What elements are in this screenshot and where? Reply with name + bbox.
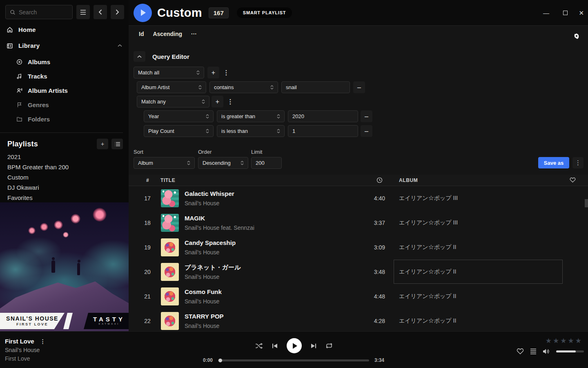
gear-icon [573, 33, 580, 39]
sort-field-button[interactable]: Id [139, 31, 144, 37]
next-track-button[interactable] [311, 343, 316, 349]
album-art-thumbnail[interactable] [161, 238, 179, 256]
playlist-item[interactable]: Favorites [7, 193, 69, 203]
track-album: エイリアン☆ポップ II [399, 309, 456, 331]
cover-label-text: TASTY [84, 316, 129, 323]
seek-handle[interactable] [218, 359, 222, 362]
repeat-button[interactable] [325, 343, 333, 349]
star-icon[interactable]: ★ [560, 337, 566, 345]
rule-operator-select[interactable]: is greater than [217, 110, 285, 122]
limit-input[interactable] [251, 157, 282, 169]
rule-operator-select[interactable]: contains [209, 81, 278, 93]
sort-select[interactable]: Album [134, 157, 195, 169]
maximize-button[interactable] [563, 0, 568, 26]
album-art-thumbnail[interactable] [161, 287, 179, 305]
save-as-button[interactable]: Save as [538, 157, 569, 168]
star-icon[interactable]: ★ [553, 337, 559, 345]
order-select[interactable]: Descending [198, 157, 248, 169]
table-row[interactable]: 18MAGIKSnail’s House feat. Sennzai3:37エイ… [129, 211, 588, 235]
rule-field-select[interactable]: Album Artist [137, 81, 206, 93]
sidebar-item-albums[interactable]: Albums [16, 58, 50, 65]
album-art-thumbnail[interactable] [161, 214, 179, 232]
heart-icon[interactable] [570, 177, 576, 183]
remove-rule-button[interactable]: – [353, 81, 365, 93]
track-list: 17Galactic WhisperSnail’s House4:40エイリアン… [129, 186, 588, 331]
plus-icon: + [216, 98, 219, 105]
playlist-list-button[interactable] [111, 139, 123, 149]
chevron-up-icon[interactable] [118, 44, 122, 47]
column-header-number[interactable]: # [146, 177, 149, 183]
nav-forward-button[interactable] [111, 5, 124, 19]
column-header-album[interactable]: ALBUM [399, 177, 418, 183]
collapse-query-editor-button[interactable] [134, 51, 145, 62]
cover-artist-text: SNAIL'S HOUSE [0, 315, 65, 322]
table-row[interactable]: 17Galactic WhisperSnail’s House4:40エイリアン… [129, 186, 588, 211]
main-content: Custom 167 SMART PLAYLIST — ✕ Id Ascendi… [129, 0, 588, 331]
volume-icon[interactable] [543, 348, 550, 355]
sidebar-item-tracks[interactable]: Tracks [16, 73, 47, 80]
seek-bar[interactable] [218, 359, 369, 361]
table-row[interactable]: 20プラネット・ガールSnail’s House3:48エイリアン☆ポップ II [129, 260, 588, 284]
group-options-button[interactable]: ⋮ [223, 67, 229, 79]
rule-operator-select[interactable]: is less than [217, 125, 285, 137]
volume-slider[interactable] [556, 350, 584, 352]
rule-field-select[interactable]: Play Count [144, 125, 214, 137]
sort-direction-button[interactable]: Ascending [153, 31, 182, 37]
playlist-item[interactable]: 2021 [7, 152, 69, 162]
star-icon[interactable]: ★ [575, 337, 581, 345]
favorite-button[interactable] [517, 348, 524, 355]
rule-value-input[interactable] [288, 125, 358, 137]
previous-track-button[interactable] [272, 343, 278, 349]
star-icon[interactable]: ★ [568, 337, 574, 345]
add-rule-button[interactable]: + [212, 96, 223, 108]
more-options-button[interactable]: ··· [191, 31, 197, 37]
column-header-title[interactable]: TITLE [160, 177, 175, 183]
track-number: 18 [140, 211, 155, 235]
sidebar-item-album-artists[interactable]: Album Artists [16, 87, 68, 94]
now-playing-album[interactable]: First Love [5, 355, 30, 362]
search-box[interactable] [5, 5, 73, 19]
playlist-item[interactable]: Custom [7, 172, 69, 182]
sidebar-item-library[interactable]: Library [7, 42, 122, 49]
match-select[interactable]: Match any [137, 96, 209, 108]
sidebar-item-folders[interactable]: Folders [16, 116, 50, 123]
album-art-thumbnail[interactable] [161, 263, 179, 281]
remove-rule-button[interactable]: – [361, 110, 372, 122]
play-playlist-button[interactable] [134, 4, 152, 22]
player-bar: First Love ⋮ Snail’s House First Love 0:… [0, 331, 588, 368]
close-button[interactable]: ✕ [579, 0, 584, 26]
rule-value-input[interactable] [288, 110, 358, 122]
album-art-thumbnail[interactable] [161, 312, 179, 330]
add-playlist-button[interactable]: + [97, 139, 108, 149]
playlist-item[interactable]: DJ Okawari [7, 182, 69, 193]
now-playing-cover-art[interactable]: SNAIL'S HOUSE FIRST LOVE TASTY EATMAXI [0, 202, 129, 331]
table-row[interactable]: 21Cosmo FunkSnail’s House4:48エイリアン☆ポップ I… [129, 284, 588, 309]
match-select[interactable]: Match all [134, 67, 204, 79]
track-artist: Snail’s House [185, 323, 219, 329]
rule-value-input[interactable] [281, 81, 350, 93]
playlist-item[interactable]: BPM Greater than 200 [7, 162, 69, 172]
scrollbar-thumb[interactable] [585, 199, 588, 207]
settings-gear-button[interactable] [573, 33, 580, 39]
query-options-button[interactable]: ⋮ [572, 157, 584, 168]
add-rule-button[interactable]: + [207, 67, 219, 79]
star-icon[interactable]: ★ [546, 337, 552, 345]
group-options-button[interactable]: ⋮ [227, 96, 234, 108]
menu-button[interactable] [76, 5, 90, 19]
nav-back-button[interactable] [94, 5, 107, 19]
minimize-button[interactable]: — [543, 0, 549, 26]
sidebar-item-label: Genres [28, 101, 49, 108]
play-pause-button[interactable] [287, 338, 302, 353]
rule-field-select[interactable]: Year [144, 110, 214, 122]
sidebar-item-home[interactable]: Home [7, 26, 122, 33]
album-art-thumbnail[interactable] [161, 189, 179, 207]
shuffle-button[interactable] [255, 343, 263, 349]
remove-rule-button[interactable]: – [361, 125, 372, 137]
table-row[interactable]: 22STARRY POPSnail’s House4:28エイリアン☆ポップ I… [129, 309, 588, 331]
sidebar-item-genres[interactable]: Genres [16, 101, 49, 108]
track-artist: Snail’s House [185, 200, 219, 206]
clock-icon[interactable] [376, 177, 383, 183]
queue-button[interactable] [530, 348, 537, 355]
table-row[interactable]: 19Candy SpaceshipSnail’s House3:09エイリアン☆… [129, 235, 588, 260]
search-input[interactable] [19, 9, 64, 16]
